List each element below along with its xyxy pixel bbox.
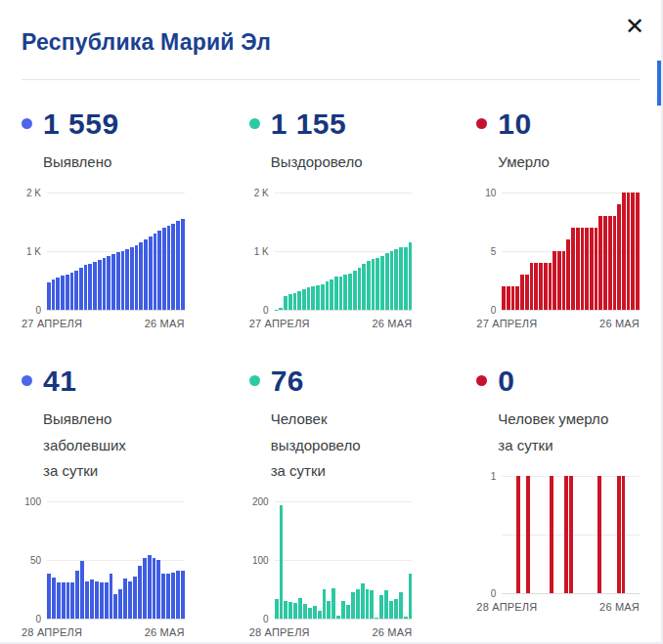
y-gridline [502,310,640,311]
chart-bar [590,228,594,310]
y-tick-label: 2 K [247,188,269,198]
chart-bar [80,561,84,619]
chart-bar [569,476,573,593]
chart-plot: 1050 [502,193,640,310]
close-icon[interactable]: ✕ [620,12,649,41]
chart-bar [311,286,315,310]
chart-bar [613,216,617,310]
chart-bar [162,228,166,310]
chart-bar [61,276,65,310]
chart-bar [70,273,74,311]
chart-bar [47,574,51,619]
chart-bar [576,228,580,310]
chart-bar [348,274,352,311]
chart-bar [598,216,602,310]
stat-detected-daily: 41 [22,365,185,397]
chart-bar [123,579,127,619]
chart-plot: 2001000 [275,501,413,619]
chart-bar [47,282,51,311]
y-tick-label: 1 [474,470,496,481]
chart-bar [376,258,379,310]
chart-bar [57,582,61,619]
chart-bar [157,231,161,311]
stat-label: Выявлено заболевших за сутки [43,407,185,484]
chart-bars [275,501,413,619]
chart-bar [100,582,104,619]
chart-bar [107,256,110,310]
chart-bar [384,590,388,619]
chart-recovered-cumulative: 2 K1 K0 27 АПРЕЛЯ 26 МАЯ [249,193,413,329]
chart-bar [288,294,292,310]
chart-bars [47,193,185,310]
x-axis-end-label: 26 МАЯ [372,318,412,329]
y-gridline [275,619,413,620]
chart-bar [530,263,534,310]
stat-detected-total: 1 559 [22,107,185,140]
chart-bar [139,242,143,310]
chart-bar [316,285,320,310]
x-axis-start-label: 28 АПРЕЛЯ [22,626,82,638]
cell-recovered-total: 1 155 Выздоровело 2 K1 K0 27 АПРЕЛЯ 26 М… [249,104,413,329]
chart-died-cumulative: 1050 27 АПРЕЛЯ 26 МАЯ [476,193,640,329]
detected-dot-icon [22,118,32,129]
chart-bar [149,236,153,311]
page-title: Республика Марий Эл [22,29,640,56]
chart-bar [297,291,301,310]
stat-value: 1 155 [271,107,347,140]
chart-plot: 2 K1 K0 [275,193,413,310]
chart-bar [515,286,519,310]
chart-bar [75,571,79,619]
y-tick-label: 1 K [20,246,41,257]
chart-bar [181,219,185,311]
chart-bar [171,224,175,311]
chart-bar [399,592,403,619]
chart-bar [176,571,180,619]
chart-bar [385,253,389,310]
chart-bar [125,249,129,310]
chart-bar [622,476,626,593]
chart-bar [128,581,132,619]
x-axis-end-label: 26 МАЯ [145,626,185,638]
stat-label: Выздоровело [271,150,413,175]
chart-bar [293,603,297,619]
stat-value: 41 [43,365,76,397]
chart-bar [326,281,330,310]
chart-bar [135,245,139,311]
chart-bar [631,193,635,310]
chart-bar [133,577,137,619]
x-axis-labels: 27 АПРЕЛЯ 26 МАЯ [476,318,640,329]
x-axis-end-label: 26 МАЯ [145,318,185,329]
chart-bar [167,226,171,310]
chart-bar [390,251,394,310]
chart-bar [511,286,515,310]
chart-bar [327,601,331,619]
chart-bar [88,264,92,311]
y-tick-label: 200 [247,496,269,507]
chart-bar [118,589,122,619]
cell-died-total: 10 Умерло 1050 27 АПРЕЛЯ 26 МАЯ [476,104,640,329]
y-tick-label: 50 [20,555,41,566]
chart-bar [353,271,357,310]
recovered-dot-icon [249,118,260,129]
chart-bar [275,599,279,619]
y-tick-label: 0 [20,614,41,624]
chart-bar [549,263,552,310]
stat-label: Человек выздоровело за сутки [271,407,413,484]
chart-bar [284,601,287,619]
y-gridline [502,593,640,594]
cell-recovered-daily: 76 Человек выздоровело за сутки 2001000 … [249,361,413,638]
chart-bar [284,296,287,310]
chart-bar [181,571,185,619]
chart-bar [409,574,413,619]
modal-header: Республика Марий Эл [0,0,661,56]
chart-bar [409,242,413,310]
chart-bars [47,501,185,619]
chart-bar [544,263,548,310]
stat-value: 0 [498,365,514,397]
x-axis-start-label: 28 АПРЕЛЯ [249,626,310,638]
chart-plot: 10 [502,476,640,593]
chart-bar [608,216,612,310]
chart-bar [603,216,607,310]
chart-bar [52,279,56,310]
chart-bar [346,605,350,619]
